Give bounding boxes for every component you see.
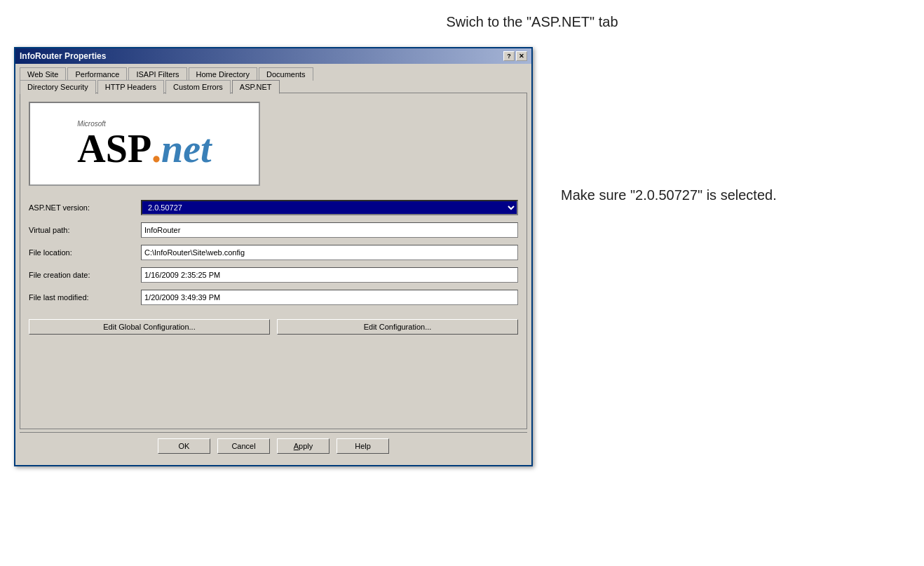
dialog-body: Web Site Performance ISAPI Filters Home … xyxy=(15,64,531,465)
aspnet-asp-text: ASP.net xyxy=(77,129,211,168)
tab-content-asp-net: Microsoft ASP.net ASP.NET version: 2.0.5… xyxy=(20,93,527,429)
cancel-button[interactable]: Cancel xyxy=(217,438,270,454)
asp-text: ASP xyxy=(77,129,151,168)
apply-underline-a: A xyxy=(294,442,299,450)
version-select-wrapper: 2.0.50727 1.1.4322 1.0.3705 xyxy=(141,200,518,215)
ok-button[interactable]: OK xyxy=(158,438,210,454)
tabs-row-1: Web Site Performance ISAPI Filters Home … xyxy=(20,67,527,80)
file-location-row: File location: xyxy=(29,245,518,260)
file-creation-date-row: File creation date: xyxy=(29,267,518,283)
tab-asp-net[interactable]: ASP.NET xyxy=(232,80,280,94)
page-instruction: Swich to the "ASP.NET" tab xyxy=(446,14,618,30)
aspnet-logo-box: Microsoft ASP.net xyxy=(29,102,260,186)
virtual-path-label: Virtual path: xyxy=(29,226,141,234)
tab-http-headers[interactable]: HTTP Headers xyxy=(97,80,164,94)
aspnet-microsoft-label: Microsoft xyxy=(77,120,106,128)
tab-directory-security[interactable]: Directory Security xyxy=(20,80,96,94)
config-buttons: Edit Global Configuration... Edit Config… xyxy=(29,319,518,335)
tabs-row-2: Directory Security HTTP Headers Custom E… xyxy=(20,79,527,93)
tab-custom-errors[interactable]: Custom Errors xyxy=(165,80,231,94)
version-row: ASP.NET version: 2.0.50727 1.1.4322 1.0.… xyxy=(29,200,518,215)
file-last-modified-row: File last modified: xyxy=(29,290,518,305)
help-button[interactable]: ? xyxy=(503,51,515,61)
edit-config-button[interactable]: Edit Configuration... xyxy=(277,319,518,335)
tab-documents[interactable]: Documents xyxy=(259,67,313,81)
file-last-modified-input xyxy=(141,290,518,305)
tab-home-directory[interactable]: Home Directory xyxy=(189,67,257,81)
help-footer-button[interactable]: Help xyxy=(337,438,389,454)
tab-isapi-filters[interactable]: ISAPI Filters xyxy=(128,67,186,81)
dialog-title: InfoRouter Properties xyxy=(20,51,106,61)
edit-global-config-button[interactable]: Edit Global Configuration... xyxy=(29,319,270,335)
side-note-text: Make sure "2.0.50727" is selected. xyxy=(561,187,777,203)
asp-net: net xyxy=(161,129,212,168)
file-last-modified-label: File last modified: xyxy=(29,293,141,302)
aspnet-logo: Microsoft ASP.net xyxy=(77,120,211,168)
close-button[interactable]: ✕ xyxy=(516,51,527,61)
file-creation-date-label: File creation date: xyxy=(29,271,141,279)
virtual-path-row: Virtual path: xyxy=(29,222,518,238)
titlebar-buttons: ? ✕ xyxy=(503,51,527,61)
version-label: ASP.NET version: xyxy=(29,203,141,212)
tab-web-site[interactable]: Web Site xyxy=(20,67,66,81)
apply-button[interactable]: AApplypply xyxy=(277,438,329,454)
dialog-titlebar: InfoRouter Properties ? ✕ xyxy=(15,48,531,64)
asp-dot: . xyxy=(151,129,161,168)
apply-label: AApplypply xyxy=(294,442,313,450)
file-location-input xyxy=(141,245,518,260)
file-creation-date-input xyxy=(141,267,518,283)
dialog-footer: OK Cancel AApplypply Help xyxy=(20,432,527,459)
inforouter-properties-dialog: InfoRouter Properties ? ✕ Web Site Perfo… xyxy=(14,47,533,466)
virtual-path-input xyxy=(141,222,518,238)
tab-performance[interactable]: Performance xyxy=(67,67,127,81)
side-note: Make sure "2.0.50727" is selected. xyxy=(561,47,777,203)
file-location-label: File location: xyxy=(29,248,141,257)
version-select[interactable]: 2.0.50727 1.1.4322 1.0.3705 xyxy=(141,200,518,215)
